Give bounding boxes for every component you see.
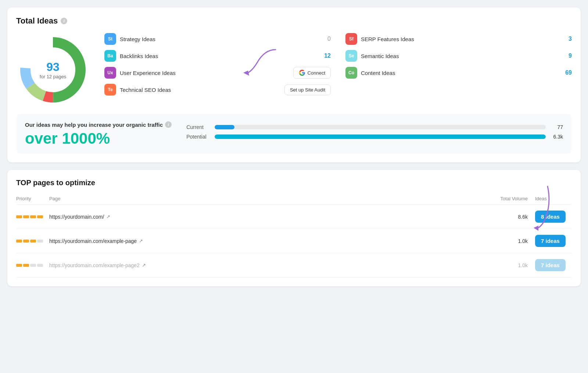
potential-label: Potential bbox=[186, 134, 210, 140]
traffic-bars: Current 77 Potential 6.3k bbox=[186, 124, 563, 143]
backlinks-badge: Ba bbox=[104, 50, 116, 62]
external-link-icon[interactable]: ↗ bbox=[142, 262, 146, 268]
volume-row2: 1.0k bbox=[491, 238, 535, 244]
priority-bar-empty bbox=[37, 240, 43, 243]
table-row: https://yourdomain.com/example-page2 ↗ 1… bbox=[16, 253, 572, 277]
serp-count: 3 bbox=[561, 36, 572, 42]
potential-bar-fill bbox=[215, 135, 546, 139]
priority-bar bbox=[23, 215, 29, 218]
technical-label: Technical SEO Ideas bbox=[120, 87, 281, 93]
current-bar-track bbox=[215, 125, 546, 129]
priority-bar bbox=[16, 240, 22, 243]
ux-badge: Ux bbox=[104, 67, 116, 79]
priority-bar-empty bbox=[30, 264, 36, 267]
priority-bar bbox=[30, 240, 36, 243]
page-url-row2: https://yourdomain.com/example-page ↗ bbox=[49, 238, 491, 244]
col-ideas: Ideas bbox=[535, 196, 572, 201]
page-url-row1: https://yourdomain.com/ ↗ bbox=[49, 214, 491, 220]
semantic-badge: Se bbox=[345, 50, 357, 62]
page-url-row3: https://yourdomain.com/example-page2 ↗ bbox=[49, 262, 491, 268]
setup-label: Set up Site Audit bbox=[290, 87, 325, 93]
semantic-label: Semantic Ideas bbox=[361, 53, 557, 59]
serp-badge: Sf bbox=[345, 33, 357, 45]
ideas-grid: St Strategy Ideas 0 Sf SERP Features Ide… bbox=[104, 33, 572, 96]
connect-label: Connect bbox=[308, 70, 325, 76]
technical-badge: Te bbox=[104, 84, 116, 96]
priority-bar bbox=[23, 264, 29, 267]
serp-label: SERP Features Ideas bbox=[361, 36, 557, 42]
donut-label: for 12 pages bbox=[40, 74, 66, 79]
top-pages-title: TOP pages to optimize bbox=[16, 179, 572, 187]
potential-value: 6.3k bbox=[550, 134, 563, 140]
traffic-title: Our ideas may help you increase your org… bbox=[25, 121, 172, 128]
total-ideas-card: Total Ideas i 93 for 12 pages bbox=[7, 7, 581, 162]
idea-row-semantic: Se Semantic Ideas 9 bbox=[345, 50, 572, 62]
idea-row-strategy: St Strategy Ideas 0 bbox=[104, 33, 331, 45]
content-count: 69 bbox=[561, 69, 572, 76]
col-page: Page bbox=[49, 196, 491, 201]
ideas-badge-row3[interactable]: 7 ideas bbox=[535, 259, 572, 271]
connect-button[interactable]: Connect bbox=[293, 67, 331, 79]
idea-row-serp: Sf SERP Features Ideas 3 bbox=[345, 33, 572, 45]
external-link-icon[interactable]: ↗ bbox=[106, 214, 110, 219]
current-bar-fill bbox=[215, 125, 234, 129]
ideas-badge-row2[interactable]: 7 ideas bbox=[535, 235, 572, 247]
top-pages-card: TOP pages to optimize Priority Page Tota… bbox=[7, 170, 581, 286]
idea-row-backlinks: Ba Backlinks Ideas 12 bbox=[104, 50, 331, 62]
idea-row-technical: Te Technical SEO Ideas Set up Site Audit bbox=[104, 84, 331, 96]
info-icon[interactable]: i bbox=[61, 18, 67, 24]
google-icon bbox=[299, 69, 305, 76]
potential-bar-row: Potential 6.3k bbox=[186, 134, 563, 140]
priority-row1 bbox=[16, 215, 49, 218]
top-section: 93 for 12 pages St Strategy Ideas 0 Sf S… bbox=[16, 33, 572, 107]
ideas-count-row3[interactable]: 7 ideas bbox=[535, 259, 566, 271]
priority-row3 bbox=[16, 264, 49, 267]
donut-center: 93 for 12 pages bbox=[40, 60, 66, 79]
semantic-count: 9 bbox=[561, 53, 572, 59]
priority-bar-empty bbox=[37, 264, 43, 267]
col-priority: Priority bbox=[16, 196, 49, 201]
external-link-icon[interactable]: ↗ bbox=[139, 238, 143, 244]
traffic-left: Our ideas may help you increase your org… bbox=[25, 121, 172, 146]
potential-bar-track bbox=[215, 135, 546, 139]
priority-bar bbox=[23, 240, 29, 243]
donut-number: 93 bbox=[40, 60, 66, 74]
empty-cell bbox=[345, 84, 572, 96]
table-row: https://yourdomain.com/ ↗ 8.6k 8 ideas bbox=[16, 205, 572, 229]
strategy-badge: St bbox=[104, 33, 116, 45]
total-ideas-title: Total Ideas i bbox=[16, 16, 572, 26]
content-label: Content Ideas bbox=[361, 70, 557, 76]
current-bar-row: Current 77 bbox=[186, 124, 563, 130]
ux-label: User Experience Ideas bbox=[120, 70, 290, 76]
backlinks-label: Backlinks Ideas bbox=[120, 53, 316, 59]
strategy-count: 0 bbox=[320, 36, 331, 42]
content-badge: Co bbox=[345, 67, 357, 79]
col-volume: Total Volume bbox=[491, 196, 535, 201]
donut-chart: 93 for 12 pages bbox=[16, 33, 90, 107]
traffic-info-icon[interactable]: i bbox=[165, 121, 172, 128]
traffic-percent: over 1000% bbox=[25, 131, 172, 146]
ideas-count-row1[interactable]: 8 ideas bbox=[535, 211, 566, 223]
priority-bar bbox=[30, 215, 36, 218]
volume-row3: 1.0k bbox=[491, 262, 535, 268]
priority-bar bbox=[16, 215, 22, 218]
priority-row2 bbox=[16, 240, 49, 243]
priority-bar bbox=[16, 264, 22, 267]
priority-bar bbox=[37, 215, 43, 218]
traffic-boost-section: Our ideas may help you increase your org… bbox=[16, 114, 572, 154]
title-text: Total Ideas bbox=[16, 16, 58, 26]
volume-row1: 8.6k bbox=[491, 214, 535, 220]
idea-row-ux: Ux User Experience Ideas Connect bbox=[104, 67, 331, 79]
strategy-label: Strategy Ideas bbox=[120, 36, 316, 42]
backlinks-count: 12 bbox=[320, 53, 331, 59]
setup-site-audit-button[interactable]: Set up Site Audit bbox=[284, 85, 331, 95]
idea-row-content: Co Content Ideas 69 bbox=[345, 67, 572, 79]
table-row: https://yourdomain.com/example-page ↗ 1.… bbox=[16, 229, 572, 253]
ideas-count-row2[interactable]: 7 ideas bbox=[535, 235, 566, 247]
table-header: Priority Page Total Volume Ideas bbox=[16, 193, 572, 205]
current-value: 77 bbox=[550, 124, 563, 130]
ideas-badge-row1[interactable]: 8 ideas bbox=[535, 211, 572, 223]
current-label: Current bbox=[186, 124, 210, 130]
